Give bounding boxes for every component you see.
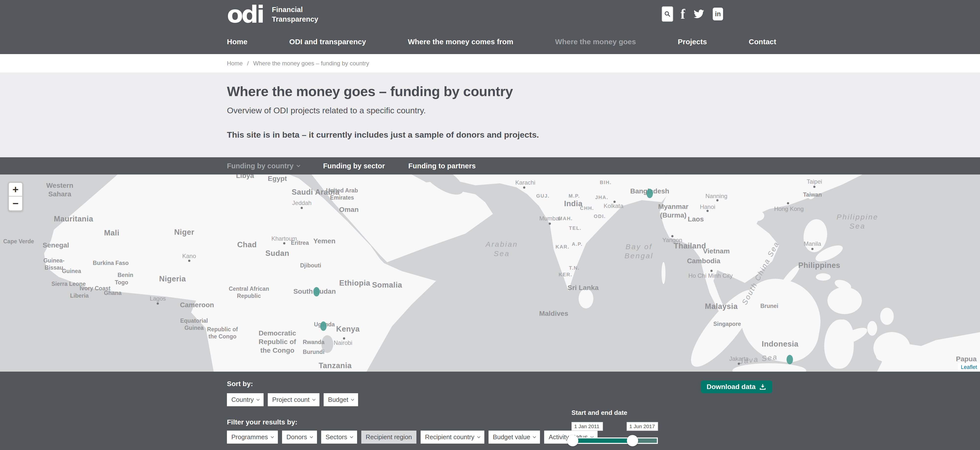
map-label: Sri Lanka xyxy=(568,284,598,292)
map-label: Laos xyxy=(688,215,704,223)
map-label: Ho Chi Minh City xyxy=(688,272,733,279)
city-dot xyxy=(706,210,709,212)
breadcrumb-home-link[interactable]: Home xyxy=(227,60,243,67)
map-label: Vietnam xyxy=(703,247,730,255)
filter-button-label: Programmes xyxy=(231,433,268,441)
page-title: Where the money goes – funding by countr… xyxy=(227,83,980,99)
nav-item[interactable]: Home xyxy=(227,38,247,46)
map-label: Philippines xyxy=(799,260,840,270)
city-dot xyxy=(813,185,816,188)
beta-note: This site is in beta – it currently incl… xyxy=(227,130,980,139)
header-icons: f in xyxy=(662,6,723,22)
tab[interactable]: Funding by sector xyxy=(323,162,385,170)
view-tabs: Funding by country Funding by sector Fun… xyxy=(0,157,980,174)
map-label: M.P. xyxy=(568,193,580,199)
start-date-input[interactable] xyxy=(571,422,603,431)
twitter-icon[interactable] xyxy=(692,6,705,22)
map-label: Niger xyxy=(174,228,194,237)
tab-label: Funding by country xyxy=(227,162,294,170)
chevron-down-icon xyxy=(271,435,274,438)
map-label: Maldives xyxy=(539,309,568,317)
nav-item[interactable]: ODI and transparency xyxy=(289,38,366,46)
chevron-down-icon xyxy=(256,398,259,401)
end-date-input[interactable] xyxy=(627,422,658,431)
slider-selected-range xyxy=(570,439,633,443)
date-range-slider xyxy=(569,437,658,444)
filter-button[interactable]: Recipient region xyxy=(361,431,417,444)
filter-button[interactable]: Budget value xyxy=(488,431,540,444)
project-marker[interactable] xyxy=(320,322,326,331)
map-label: Burkina Faso xyxy=(93,260,129,267)
island-halmahera xyxy=(880,308,894,325)
sort-option-button[interactable]: Project count xyxy=(268,393,320,406)
filter-button-label: Sectors xyxy=(326,433,347,441)
tab[interactable]: Funding by country xyxy=(227,162,300,170)
facebook-icon[interactable]: f xyxy=(681,6,685,22)
island-maluku xyxy=(867,321,877,336)
map-label: Equatorial Guinea xyxy=(180,317,208,332)
filter-button[interactable]: Donors xyxy=(282,431,317,444)
map-label: Brunei xyxy=(760,303,778,310)
zoom-out-button[interactable]: − xyxy=(9,196,22,211)
project-marker[interactable] xyxy=(787,355,793,364)
city-dot xyxy=(613,201,616,203)
filter-button-label: Recipient country xyxy=(425,433,474,441)
map-label: Republic of the Congo xyxy=(207,326,238,340)
map-label: MAH. xyxy=(558,215,573,222)
map-label: Western Sahara xyxy=(46,181,73,198)
slider-start-handle[interactable] xyxy=(567,435,578,446)
chevron-down-icon xyxy=(310,435,313,438)
map-label: T.N. xyxy=(569,265,580,271)
project-marker[interactable] xyxy=(646,189,653,198)
city-dot xyxy=(188,260,190,262)
zoom-in-button[interactable]: + xyxy=(9,183,22,196)
search-icon[interactable] xyxy=(662,6,673,22)
download-data-button[interactable]: Download data xyxy=(701,380,772,393)
map-label: Kolkata xyxy=(604,202,624,210)
funding-map[interactable]: Libya Egypt Saudi Arabia United Arab Emi… xyxy=(0,174,980,372)
sort-by-label: Sort by: xyxy=(227,380,253,388)
island-papua-head xyxy=(873,332,910,364)
map-label: Senegal xyxy=(43,241,69,249)
nav-item[interactable]: Contact xyxy=(749,38,776,46)
filter-button[interactable]: Sectors xyxy=(321,431,357,444)
chevron-down-icon xyxy=(533,435,536,438)
nav-item[interactable]: Where the money comes from xyxy=(408,38,513,46)
map-label: Kenya xyxy=(336,324,360,334)
tab[interactable]: Funding to partners xyxy=(408,162,476,170)
map-label: Hong Kong xyxy=(774,205,803,212)
map-label: CHH. xyxy=(580,205,594,211)
map-label: Cameroon xyxy=(180,301,214,309)
project-marker[interactable] xyxy=(313,287,320,296)
map-label: Nigeria xyxy=(159,274,186,284)
map-label: GUJ. xyxy=(536,193,550,199)
map-label: Manila xyxy=(804,240,821,247)
odi-logo[interactable]: odi Financial Transparency xyxy=(227,3,318,25)
map-label: ODI. xyxy=(593,213,606,219)
hero-section: Where the money goes – funding by countr… xyxy=(0,73,980,157)
leaflet-attribution-link[interactable]: Leaflet xyxy=(958,363,980,372)
sort-option-button[interactable]: Country xyxy=(227,393,264,406)
tab-label: Funding by sector xyxy=(323,162,385,170)
map-label: Libya xyxy=(236,174,254,180)
map-label: KAR. xyxy=(555,244,570,250)
filter-button[interactable]: Programmes xyxy=(227,431,278,444)
breadcrumb: Home / Where the money goes – funding by… xyxy=(0,54,980,73)
linkedin-icon[interactable]: in xyxy=(713,8,723,21)
map-label: Benin xyxy=(118,272,134,279)
map-label: Yemen xyxy=(313,237,336,245)
island-mindanao xyxy=(827,287,862,314)
filter-button[interactable]: Recipient country xyxy=(421,431,484,444)
slider-end-handle[interactable] xyxy=(627,435,638,446)
city-dot xyxy=(738,363,740,365)
map-label: A.P. xyxy=(572,241,582,247)
sort-option-label: Country xyxy=(231,396,254,404)
sort-option-button[interactable]: Budget xyxy=(324,393,358,406)
map-label: Ethiopia xyxy=(339,279,370,288)
city-dot xyxy=(549,222,551,225)
map-label: Thailand xyxy=(674,241,706,251)
page-subtitle: Overview of ODI projects related to a sp… xyxy=(227,106,980,115)
nav-item[interactable]: Projects xyxy=(678,38,707,46)
city-dot xyxy=(710,270,713,272)
nav-item[interactable]: Where the money goes xyxy=(555,38,636,46)
